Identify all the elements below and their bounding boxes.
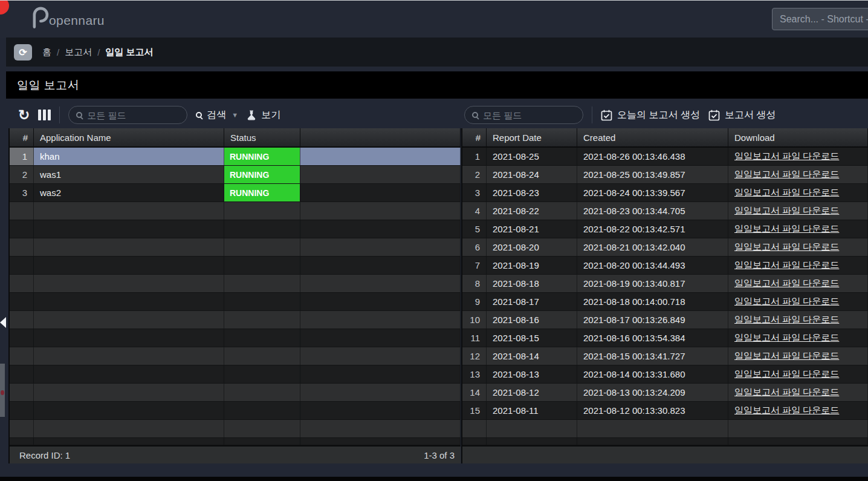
status-cell bbox=[224, 257, 300, 274]
status-cell bbox=[224, 402, 300, 419]
column-header-created[interactable]: Created bbox=[577, 128, 728, 146]
created-cell: 2021-08-19 00:13:40.817 bbox=[577, 275, 728, 292]
columns-button[interactable] bbox=[38, 110, 51, 120]
row-number: 8 bbox=[462, 275, 487, 292]
download-cell: 일일보고서 파일 다운로드 bbox=[728, 166, 868, 183]
download-report-link[interactable]: 일일보고서 파일 다운로드 bbox=[734, 169, 839, 180]
breadcrumb-reports[interactable]: 보고서 bbox=[65, 47, 92, 58]
app-logo[interactable]: opennaru bbox=[27, 4, 105, 31]
column-header-index[interactable]: # bbox=[10, 128, 34, 146]
created-cell: 2021-08-13 00:13:24.209 bbox=[577, 384, 728, 401]
row-number bbox=[10, 275, 34, 292]
create-report-button[interactable]: 보고서 생성 bbox=[708, 109, 776, 122]
download-report-link[interactable]: 일일보고서 파일 다운로드 bbox=[734, 205, 839, 217]
empty-cell bbox=[300, 293, 461, 310]
top-highlight-line bbox=[0, 0, 868, 1]
toolbar-divider bbox=[59, 106, 60, 123]
empty-cell bbox=[300, 202, 461, 220]
empty-table-row bbox=[10, 365, 461, 384]
download-report-link[interactable]: 일일보고서 파일 다운로드 bbox=[734, 332, 839, 344]
download-report-link[interactable]: 일일보고서 파일 다운로드 bbox=[734, 241, 839, 253]
table-row[interactable]: 92021-08-172021-08-18 00:14:00.718일일보고서 … bbox=[462, 293, 868, 311]
table-row[interactable]: 112021-08-152021-08-16 00:13:54.384일일보고서… bbox=[462, 329, 868, 347]
column-header-application-name[interactable]: Application Name bbox=[34, 128, 224, 146]
table-row[interactable]: 52021-08-212021-08-22 00:13:42.571일일보고서 … bbox=[462, 220, 868, 238]
download-report-link[interactable]: 일일보고서 파일 다운로드 bbox=[734, 151, 839, 162]
empty-table-row bbox=[10, 238, 461, 257]
report-date-cell: 2021-08-16 bbox=[487, 311, 577, 329]
reports-filter-input[interactable] bbox=[483, 110, 575, 120]
create-today-report-button[interactable]: 오늘의 보고서 생성 bbox=[601, 109, 700, 122]
download-report-link[interactable]: 일일보고서 파일 다운로드 bbox=[734, 405, 839, 416]
download-report-link[interactable]: 일일보고서 파일 다운로드 bbox=[734, 187, 839, 198]
row-number: 1 bbox=[462, 148, 487, 165]
empty-table-row bbox=[10, 220, 461, 238]
breadcrumb-home[interactable]: 홈 bbox=[42, 47, 51, 58]
download-report-link[interactable]: 일일보고서 파일 다운로드 bbox=[734, 350, 839, 362]
download-report-link[interactable]: 일일보고서 파일 다운로드 bbox=[734, 223, 839, 235]
table-row[interactable]: 1khanRUNNING bbox=[10, 148, 461, 166]
sidebar-collapse-arrow-icon[interactable] bbox=[0, 317, 6, 328]
status-cell bbox=[224, 438, 300, 445]
applications-table: # Application Name Status 1khanRUNNING2w… bbox=[8, 128, 461, 463]
row-number bbox=[10, 257, 34, 274]
refresh-icon: ↻ bbox=[18, 109, 30, 121]
download-report-link[interactable]: 일일보고서 파일 다운로드 bbox=[734, 260, 839, 271]
row-number bbox=[10, 238, 34, 256]
table-row[interactable]: 12021-08-252021-08-26 00:13:46.438일일보고서 … bbox=[462, 148, 868, 166]
row-number bbox=[462, 420, 487, 437]
global-search-input[interactable] bbox=[772, 8, 868, 30]
row-number: 9 bbox=[462, 293, 487, 310]
table-row[interactable]: 102021-08-162021-08-17 00:13:26.849일일보고서… bbox=[462, 311, 868, 329]
row-number: 6 bbox=[462, 238, 487, 256]
breadcrumb-bar: ⟳ 홈 / 보고서 / 일일 보고서 bbox=[6, 38, 868, 67]
table-row[interactable]: 82021-08-182021-08-19 00:13:40.817일일보고서 … bbox=[462, 275, 868, 293]
application-name-cell bbox=[34, 438, 224, 445]
created-cell: 2021-08-16 00:13:54.384 bbox=[577, 329, 728, 347]
column-header-index[interactable]: # bbox=[462, 128, 487, 146]
download-report-link[interactable]: 일일보고서 파일 다운로드 bbox=[734, 368, 839, 380]
application-name-cell bbox=[34, 275, 224, 292]
table-row[interactable]: 42021-08-222021-08-23 00:13:44.705일일보고서 … bbox=[462, 202, 868, 220]
download-cell: 일일보고서 파일 다운로드 bbox=[728, 311, 868, 329]
column-header-report-date[interactable]: Report Date bbox=[487, 128, 577, 146]
empty-cell bbox=[300, 238, 461, 256]
table-row[interactable]: 22021-08-242021-08-25 00:13:49.857일일보고서 … bbox=[462, 166, 868, 184]
column-header-download[interactable]: Download bbox=[728, 128, 868, 146]
table-row[interactable]: 3was2RUNNING bbox=[10, 184, 461, 202]
search-menu-button[interactable]: 검색 ▼ bbox=[196, 109, 238, 122]
download-cell: 일일보고서 파일 다운로드 bbox=[728, 384, 868, 401]
application-name-cell bbox=[34, 293, 224, 310]
notification-badge[interactable] bbox=[0, 0, 9, 15]
application-name-cell: was2 bbox=[34, 184, 224, 201]
table-row[interactable]: 72021-08-192021-08-20 00:13:44.493일일보고서 … bbox=[462, 257, 868, 275]
row-number: 2 bbox=[462, 166, 487, 183]
table-row[interactable]: 142021-08-122021-08-13 00:13:24.209일일보고서… bbox=[462, 384, 868, 402]
empty-cell bbox=[300, 329, 461, 347]
download-report-link[interactable]: 일일보고서 파일 다운로드 bbox=[734, 278, 839, 289]
table-row[interactable]: 62021-08-202021-08-21 00:13:42.040일일보고서 … bbox=[462, 238, 868, 257]
toolbar-divider bbox=[592, 106, 592, 123]
column-header-status[interactable]: Status bbox=[224, 128, 300, 146]
reports-toolbar: 오늘의 보고서 생성 보고서 생성 bbox=[464, 101, 776, 129]
table-row[interactable]: 152021-08-112021-08-12 00:13:30.823일일보고서… bbox=[462, 402, 868, 420]
page-refresh-button[interactable]: ⟳ bbox=[14, 44, 32, 61]
table-row[interactable]: 32021-08-232021-08-24 00:13:39.567일일보고서 … bbox=[462, 184, 868, 202]
download-report-link[interactable]: 일일보고서 파일 다운로드 bbox=[734, 314, 839, 326]
applications-filter-box bbox=[68, 106, 187, 124]
table-row[interactable]: 2was1RUNNING bbox=[10, 166, 461, 184]
download-report-link[interactable]: 일일보고서 파일 다운로드 bbox=[734, 296, 839, 307]
table-row[interactable]: 122021-08-142021-08-15 00:13:41.727일일보고서… bbox=[462, 347, 868, 365]
clipped-table-row bbox=[10, 438, 461, 445]
reports-table-footer bbox=[462, 445, 868, 463]
create-report-label: 보고서 생성 bbox=[725, 109, 776, 122]
download-report-link[interactable]: 일일보고서 파일 다운로드 bbox=[734, 387, 839, 398]
table-row[interactable]: 132021-08-132021-08-14 00:13:31.680일일보고서… bbox=[462, 365, 868, 384]
row-number: 7 bbox=[462, 257, 487, 274]
table-refresh-button[interactable]: ↻ bbox=[18, 109, 30, 121]
column-header-blank[interactable] bbox=[300, 128, 461, 146]
created-cell: 2021-08-21 00:13:42.040 bbox=[577, 238, 728, 256]
clipped-table-row bbox=[462, 438, 868, 445]
applications-filter-input[interactable] bbox=[87, 110, 180, 120]
view-button[interactable]: 보기 bbox=[247, 109, 280, 122]
